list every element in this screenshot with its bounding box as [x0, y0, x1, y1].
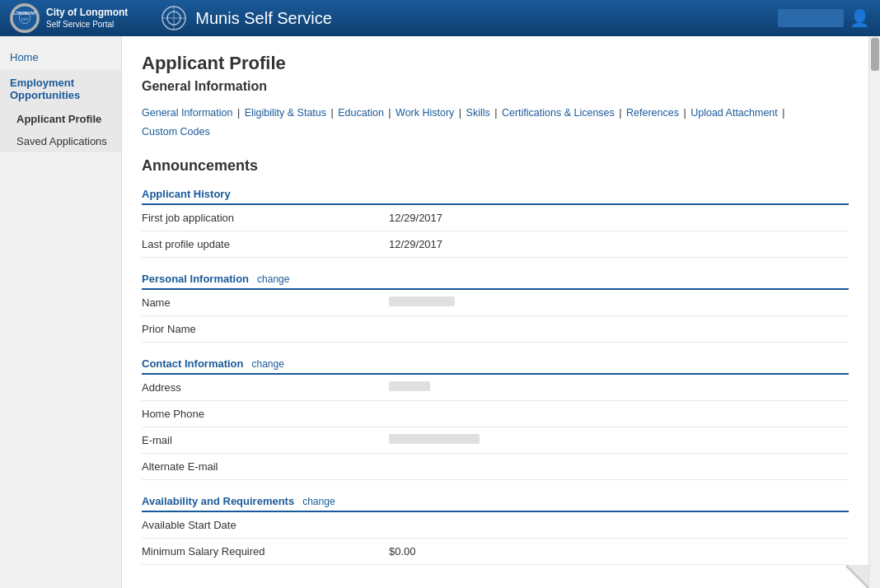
table-row: Available Start Date	[142, 512, 849, 539]
nav-link-certifications[interactable]: Certifications & Licenses	[502, 107, 615, 119]
svg-text:CITY: CITY	[21, 18, 29, 21]
field-label-name: Name	[142, 296, 389, 309]
nav-link-general-information[interactable]: General Information	[142, 107, 232, 119]
page-title: Applicant Profile	[142, 53, 849, 74]
field-label-last-update: Last profile update	[142, 238, 389, 250]
sidebar: Home Employment Opportunities Applicant …	[0, 36, 122, 588]
scrollbar-thumb[interactable]	[871, 38, 879, 71]
field-label-start-date: Available Start Date	[142, 519, 389, 531]
field-value-email	[389, 434, 849, 446]
scrollbar[interactable]	[868, 36, 880, 588]
sidebar-item-applicant-profile[interactable]: Applicant Profile	[0, 108, 121, 130]
header: LONGMONT CITY City of Longmont Self Serv…	[0, 0, 880, 36]
table-row: E-mail	[142, 427, 849, 454]
field-value-address	[389, 381, 849, 394]
field-label-prior-name: Prior Name	[142, 323, 389, 335]
blurred-value	[389, 381, 430, 391]
personal-information-section: Personal Information change Name Prior N…	[142, 273, 849, 343]
field-label-address: Address	[142, 381, 389, 394]
applicant-history-header: Applicant History	[142, 188, 849, 205]
field-value-name	[389, 296, 849, 309]
logo-text: City of Longmont Self Service Portal	[46, 7, 128, 30]
contact-info-header: Contact Information change	[142, 357, 849, 375]
table-row: Name	[142, 290, 849, 316]
table-row: Address	[142, 375, 849, 401]
table-row: Last profile update 12/29/2017	[142, 231, 849, 258]
field-value-first-job: 12/29/2017	[389, 212, 849, 224]
field-label-first-job: First job application	[142, 212, 389, 224]
contact-info-change-link[interactable]: change	[252, 358, 284, 370]
munis-icon	[161, 5, 187, 31]
logo-area: LONGMONT CITY City of Longmont Self Serv…	[10, 3, 128, 33]
applicant-history-section: Applicant History First job application …	[142, 188, 849, 258]
nav-link-skills[interactable]: Skills	[466, 107, 490, 119]
app-title: Munis Self Service	[161, 5, 332, 31]
nav-link-custom-codes[interactable]: Custom Codes	[142, 126, 210, 138]
table-row: First job application 12/29/2017	[142, 205, 849, 231]
personal-info-change-link[interactable]: change	[257, 273, 289, 285]
table-row: Home Phone	[142, 401, 849, 427]
personal-info-header: Personal Information change	[142, 273, 849, 290]
nav-link-upload[interactable]: Upload Attachment	[690, 107, 778, 119]
field-label-home-phone: Home Phone	[142, 408, 389, 420]
main-layout: Home Employment Opportunities Applicant …	[0, 36, 880, 588]
nav-link-eligibility[interactable]: Eligibility & Status	[245, 107, 326, 119]
field-label-alt-email: Alternate E-mail	[142, 460, 389, 473]
field-label-min-salary: Minimum Salary Required	[142, 545, 389, 558]
table-row: Alternate E-mail	[142, 454, 849, 480]
blurred-value	[389, 296, 455, 306]
nav-link-work-history[interactable]: Work History	[396, 107, 454, 119]
header-search-bar[interactable]	[778, 9, 844, 27]
nav-link-education[interactable]: Education	[338, 107, 384, 119]
city-logo: LONGMONT CITY	[10, 3, 40, 33]
main-content: Applicant Profile General Information Ge…	[122, 36, 868, 588]
section-title: General Information	[142, 79, 849, 94]
field-value-min-salary: $0.00	[389, 545, 849, 558]
nav-link-references[interactable]: References	[626, 107, 679, 119]
nav-links: General Information | Eligibility & Stat…	[142, 104, 849, 141]
availability-section: Availability and Requirements change Ava…	[142, 495, 849, 565]
blurred-value	[389, 434, 480, 444]
table-row: Minimum Salary Required $0.00	[142, 539, 849, 565]
sidebar-item-saved-applications[interactable]: Saved Applications	[0, 130, 121, 152]
sidebar-item-employment[interactable]: Employment Opportunities	[0, 70, 121, 108]
field-label-email: E-mail	[142, 434, 389, 446]
field-value-last-update: 12/29/2017	[389, 238, 849, 250]
sidebar-item-home[interactable]: Home	[0, 44, 121, 70]
table-row: Prior Name	[142, 316, 849, 343]
contact-information-section: Contact Information change Address Home …	[142, 357, 849, 480]
user-icon[interactable]: 👤	[850, 8, 870, 28]
announcements-title: Announcements	[142, 157, 849, 175]
availability-header: Availability and Requirements change	[142, 495, 849, 512]
availability-change-link[interactable]: change	[302, 496, 335, 507]
